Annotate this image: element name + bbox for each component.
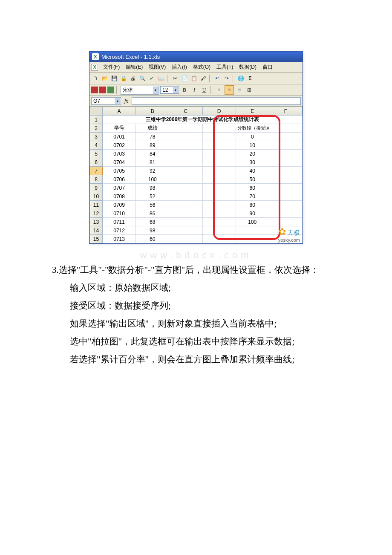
col-header[interactable]: E	[236, 107, 269, 116]
menu-insert[interactable]: 插入(I)	[169, 63, 189, 72]
cell[interactable]: 60	[236, 184, 269, 192]
control-menu-icon[interactable]: X	[91, 64, 98, 71]
format-painter-icon[interactable]: 🖌	[199, 74, 208, 83]
cell[interactable]: 100	[136, 175, 169, 184]
bold-button[interactable]: B	[180, 86, 189, 94]
cell[interactable]	[169, 226, 202, 235]
italic-button[interactable]: I	[190, 86, 199, 94]
cell[interactable]: 0710	[103, 209, 136, 218]
menu-window[interactable]: 窗口	[260, 63, 275, 72]
cell[interactable]	[202, 192, 236, 201]
row-header[interactable]: 8	[90, 175, 103, 184]
col-header[interactable]: B	[136, 107, 169, 116]
copy-icon[interactable]: 📄	[180, 74, 189, 83]
cell[interactable]	[269, 218, 302, 226]
col-header[interactable]: C	[169, 107, 202, 116]
undo-icon[interactable]: ↶	[213, 74, 222, 83]
align-right-icon[interactable]: ≡	[235, 86, 244, 94]
permission-icon[interactable]: 🔒	[119, 74, 128, 83]
paste-icon[interactable]: 📋	[190, 74, 198, 83]
cell[interactable]: 分数段（接受区域）	[236, 124, 269, 133]
cell[interactable]	[169, 209, 202, 218]
row-header[interactable]: 4	[90, 141, 103, 150]
cell[interactable]	[202, 226, 236, 235]
select-all-corner[interactable]	[90, 107, 103, 116]
cell[interactable]: 60	[136, 235, 169, 243]
cell[interactable]: 0702	[103, 141, 136, 150]
cut-icon[interactable]: ✂	[171, 74, 179, 83]
new-icon[interactable]: 🗋	[91, 74, 100, 83]
row-header[interactable]: 14	[90, 226, 103, 235]
research-icon[interactable]: 📖	[157, 74, 165, 83]
cell[interactable]: 70	[236, 192, 269, 201]
cell[interactable]	[202, 175, 236, 184]
cell[interactable]: 成绩	[136, 124, 169, 133]
menu-view[interactable]: 视图(V)	[146, 63, 168, 72]
row-header[interactable]: 15	[90, 235, 103, 243]
cell[interactable]	[202, 235, 236, 243]
menu-format[interactable]: 格式(O)	[190, 63, 213, 72]
cell[interactable]: 0708	[103, 192, 136, 201]
menu-file[interactable]: 文件(F)	[101, 63, 122, 72]
cell[interactable]: 90	[236, 209, 269, 218]
cell[interactable]: 78	[136, 133, 169, 141]
cell[interactable]: 40	[236, 167, 269, 175]
cell[interactable]	[202, 184, 236, 192]
cell[interactable]	[169, 235, 202, 243]
row-header[interactable]: 3	[90, 133, 103, 141]
pdf-icon[interactable]	[91, 87, 98, 93]
cell[interactable]: 0	[236, 133, 269, 141]
row-header[interactable]: 13	[90, 218, 103, 226]
cell[interactable]	[169, 124, 202, 133]
redo-icon[interactable]: ↷	[222, 74, 231, 83]
row-header[interactable]: 6	[90, 158, 103, 167]
cell[interactable]: 81	[136, 158, 169, 167]
cell[interactable]	[169, 184, 202, 192]
cell[interactable]	[169, 158, 202, 167]
cell[interactable]	[202, 133, 236, 141]
pdf-icon[interactable]	[99, 87, 106, 93]
cell[interactable]: 89	[136, 141, 169, 150]
underline-button[interactable]: U	[200, 86, 208, 94]
cell[interactable]: 98	[136, 184, 169, 192]
menu-edit[interactable]: 编辑(E)	[123, 63, 145, 72]
cell[interactable]	[169, 167, 202, 175]
cell[interactable]: 0704	[103, 158, 136, 167]
align-center-icon[interactable]: ≡	[225, 85, 234, 95]
row-header[interactable]: 9	[90, 184, 103, 192]
cell[interactable]: 0713	[103, 235, 136, 243]
cell[interactable]	[269, 184, 302, 192]
spellcheck-icon[interactable]: ✓	[147, 74, 156, 83]
cell[interactable]: 0709	[103, 201, 136, 209]
col-header[interactable]: A	[103, 107, 136, 116]
cell[interactable]: 学号	[103, 124, 136, 133]
cell[interactable]	[269, 201, 302, 209]
cell[interactable]	[169, 133, 202, 141]
print-preview-icon[interactable]: 🔍	[138, 74, 147, 83]
cell[interactable]	[269, 167, 302, 175]
autosum-icon[interactable]: Σ	[246, 74, 254, 83]
pdf-icon[interactable]	[107, 87, 114, 93]
cell[interactable]: 0711	[103, 218, 136, 226]
cell[interactable]	[202, 218, 236, 226]
row-header[interactable]: 5	[90, 150, 103, 158]
row-header[interactable]: 11	[90, 201, 103, 209]
cell[interactable]: 0712	[103, 226, 136, 235]
cell[interactable]: 0705	[103, 167, 136, 175]
cell[interactable]: 52	[136, 192, 169, 201]
fx-icon[interactable]: fx	[123, 98, 130, 104]
cell[interactable]: 0703	[103, 150, 136, 158]
cell[interactable]	[269, 158, 302, 167]
cell[interactable]	[236, 226, 269, 235]
save-icon[interactable]: 💾	[110, 74, 118, 83]
cell[interactable]	[169, 218, 202, 226]
cell[interactable]: 86	[136, 209, 169, 218]
cell[interactable]: 10	[236, 141, 269, 150]
worksheet-grid[interactable]: A B C D E F 1 三维中学2006年第一学期期中考试化学成绩统计表 2…	[89, 107, 303, 243]
cell[interactable]: 56	[136, 201, 169, 209]
cell[interactable]	[269, 150, 302, 158]
print-icon[interactable]: 🖨	[129, 74, 137, 83]
cell[interactable]	[202, 167, 236, 175]
hyperlink-icon[interactable]: 🌐	[236, 74, 245, 83]
font-size-select[interactable]: 12 ▾	[160, 86, 179, 94]
